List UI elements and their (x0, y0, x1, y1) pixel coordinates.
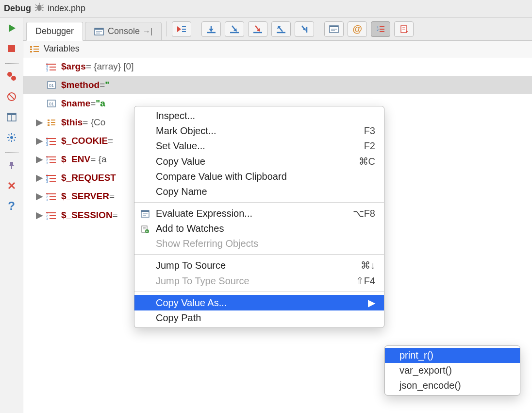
show-execution-point-button[interactable] (172, 21, 191, 37)
expand-icon[interactable]: ▶ (35, 170, 44, 186)
expand-icon[interactable]: ▶ (35, 188, 44, 205)
variable-type-icon: 123 (46, 210, 57, 220)
variable-name: $name (61, 95, 90, 112)
variable-suffix: = (100, 77, 105, 93)
variable-suffix: = {a (90, 151, 106, 168)
menu-copy-value[interactable]: Copy Value⌘C (134, 154, 384, 169)
bug-icon (31, 2, 48, 15)
svg-marker-33 (177, 26, 181, 32)
variable-name: $args (61, 58, 86, 75)
variable-suffix: = (108, 133, 113, 149)
svg-line-25 (14, 135, 15, 136)
menu-evaluate-expression[interactable]: Evaluate Expression...⌥F8 (134, 206, 384, 221)
tab-console[interactable]: Console →| (85, 22, 162, 41)
svg-marker-8 (9, 24, 16, 32)
settings-icon[interactable] (4, 130, 19, 145)
run-to-cursor-button[interactable] (295, 21, 314, 37)
variable-type-icon: 123 (46, 136, 57, 146)
variables-panel-header: Variables (23, 41, 532, 57)
expand-icon[interactable]: ▶ (35, 151, 44, 168)
menu-mark-object[interactable]: Mark Object...F3 (134, 123, 384, 138)
svg-rect-82 (48, 122, 50, 123)
breakpoints-icon[interactable] (4, 69, 19, 84)
pin-icon[interactable] (4, 157, 19, 173)
svg-line-7 (42, 10, 44, 11)
variable-value: "a (96, 95, 105, 112)
variable-type-icon: 123 (46, 191, 57, 201)
expand-icon[interactable]: ▶ (35, 133, 44, 149)
svg-text:3: 3 (46, 69, 48, 71)
svg-rect-83 (48, 124, 50, 126)
svg-text:2: 2 (377, 28, 379, 32)
force-step-into-button[interactable] (248, 21, 267, 37)
menu-separator (134, 292, 384, 292)
menu-jump-to-type-source: Jump To Type Source⇧F4 (134, 273, 384, 289)
calculator-icon (139, 208, 151, 219)
variable-name: $_SESSION (61, 207, 113, 224)
svg-text:01: 01 (49, 83, 54, 88)
variable-type-icon: 123 (46, 173, 57, 183)
submenu-var-export[interactable]: var_export() (385, 363, 520, 378)
sort-button[interactable]: 12 (371, 21, 390, 37)
svg-text:3: 3 (46, 143, 48, 146)
debugger-tabbar: Debugger Console →| (23, 17, 532, 41)
tab-label: Debugger (35, 26, 74, 36)
step-over-button[interactable] (201, 21, 221, 37)
variable-type-icon: 123 (46, 155, 57, 164)
svg-line-23 (14, 140, 15, 141)
watches-button[interactable] (394, 21, 414, 37)
watches-icon: + (139, 224, 151, 235)
tab-label: Console (108, 26, 140, 36)
variable-suffix: = (109, 188, 115, 205)
evaluate-expression-button[interactable] (324, 21, 344, 37)
variable-row[interactable]: 123$args = {array} [0] (23, 57, 532, 76)
menu-set-value[interactable]: Set Value...F2 (134, 138, 384, 154)
close-icon[interactable] (4, 178, 19, 193)
menu-jump-to-source[interactable]: Jump To Source⌘↓ (134, 258, 384, 273)
mute-breakpoints-icon[interactable] (4, 89, 19, 104)
menu-copy-path[interactable]: Copy Path (134, 310, 384, 326)
help-icon[interactable]: ? (4, 198, 19, 214)
copy-value-as-submenu: print_r() var_export() json_encode() (384, 345, 520, 396)
svg-line-24 (8, 140, 9, 141)
layout-icon[interactable] (4, 109, 19, 125)
menu-copy-value-as[interactable]: Copy Value As...▶ (134, 295, 384, 310)
svg-text:3: 3 (46, 161, 48, 164)
submenu-print-r[interactable]: print_r() (385, 348, 520, 363)
debug-sidebar: ? (0, 17, 23, 413)
sidebar-separator (5, 152, 18, 153)
svg-rect-30 (95, 28, 103, 30)
menu-show-referring-objects: Show Referring Objects (134, 236, 384, 251)
svg-text:3: 3 (46, 217, 48, 220)
svg-text:01: 01 (49, 102, 54, 106)
menu-copy-name[interactable]: Copy Name (134, 184, 384, 199)
svg-rect-81 (48, 120, 50, 121)
step-out-button[interactable] (271, 21, 291, 37)
menu-inspect[interactable]: Inspect... (134, 108, 384, 123)
svg-rect-118 (141, 210, 149, 212)
variable-row[interactable]: 01$method = " (23, 76, 532, 94)
menu-add-to-watches[interactable]: + Add to Watches (134, 221, 384, 236)
expand-icon[interactable]: ▶ (35, 114, 44, 131)
svg-rect-66 (30, 49, 32, 50)
at-symbol-button[interactable]: @ (348, 21, 367, 37)
submenu-arrow-icon: ▶ (368, 297, 375, 309)
stop-button[interactable] (4, 41, 19, 56)
submenu-json-encode[interactable]: json_encode() (385, 378, 520, 393)
svg-point-10 (7, 72, 12, 77)
svg-line-13 (9, 94, 15, 100)
variable-suffix: = (113, 207, 118, 224)
variable-value: " (105, 77, 109, 93)
svg-line-3 (42, 5, 44, 6)
variable-name: $_ENV (61, 151, 90, 168)
menu-compare-clipboard[interactable]: Compare Value with Clipboard (134, 169, 384, 184)
variable-suffix: = {Co (83, 114, 105, 131)
tab-debugger[interactable]: Debugger (26, 22, 83, 41)
sidebar-separator (5, 63, 18, 64)
variable-name: $_REQUEST (61, 170, 116, 186)
svg-rect-15 (7, 113, 16, 115)
resume-button[interactable] (4, 20, 19, 36)
tab-arrow-icon: →| (143, 27, 152, 36)
expand-icon[interactable]: ▶ (35, 207, 44, 224)
step-into-button[interactable] (225, 21, 244, 37)
